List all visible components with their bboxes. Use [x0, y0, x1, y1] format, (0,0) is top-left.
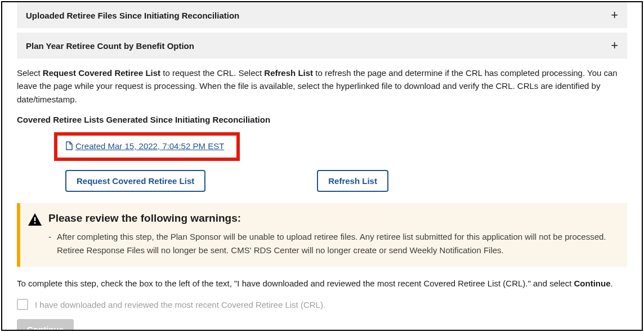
- request-covered-retiree-list-button[interactable]: Request Covered Retiree List: [65, 170, 205, 192]
- dash: -: [48, 230, 51, 257]
- continue-button[interactable]: Continue: [17, 319, 74, 331]
- section-title: Covered Retiree Lists Generated Since In…: [17, 115, 627, 124]
- button-row: Request Covered Retiree List Refresh Lis…: [65, 170, 627, 192]
- text: to request the CRL. Select: [160, 68, 264, 78]
- text: Select: [17, 68, 43, 78]
- text-bold: Request Covered Retiree List: [43, 68, 160, 78]
- confirmation-checkbox[interactable]: [17, 299, 28, 310]
- confirmation-row: I have downloaded and reviewed the most …: [17, 299, 627, 310]
- alert-body: Please review the following warnings: - …: [48, 212, 616, 257]
- page-frame: Uploaded Retiree Files Since Initiating …: [1, 1, 643, 331]
- page-content: Uploaded Retiree Files Since Initiating …: [2, 2, 642, 331]
- alert-icon-wrap: [28, 212, 48, 257]
- accordion-title: Uploaded Retiree Files Since Initiating …: [26, 11, 239, 20]
- warning-alert: Please review the following warnings: - …: [17, 203, 627, 267]
- svg-rect-0: [34, 217, 36, 221]
- highlight-box: Created Mar 15, 2022, 7:04:52 PM EST: [54, 132, 240, 161]
- alert-item: - After completing this step, the Plan S…: [48, 230, 616, 257]
- file-link-label: Created Mar 15, 2022, 7:04:52 PM EST: [75, 141, 224, 151]
- text-bold: Refresh List: [264, 68, 313, 78]
- plus-icon: +: [611, 9, 618, 21]
- refresh-list-button[interactable]: Refresh List: [317, 170, 388, 192]
- generated-crl-link[interactable]: Created Mar 15, 2022, 7:04:52 PM EST: [65, 141, 224, 151]
- instruction-text: Select Request Covered Retiree List to r…: [17, 66, 627, 106]
- alert-title: Please review the following warnings:: [48, 212, 616, 225]
- plus-icon: +: [611, 39, 618, 52]
- confirmation-label: I have downloaded and reviewed the most …: [35, 300, 325, 309]
- text: To complete this step, check the box to …: [17, 279, 574, 288]
- accordion-title: Plan Year Retiree Count by Benefit Optio…: [26, 41, 194, 51]
- text: .: [611, 279, 613, 288]
- accordion-plan-year-retiree-count[interactable]: Plan Year Retiree Count by Benefit Optio…: [17, 33, 627, 59]
- text-bold: Continue: [574, 279, 611, 288]
- warning-icon: [28, 218, 42, 227]
- accordion-uploaded-retiree-files[interactable]: Uploaded Retiree Files Since Initiating …: [17, 2, 627, 28]
- alert-item-text: After completing this step, the Plan Spo…: [57, 230, 616, 257]
- complete-instruction: To complete this step, check the box to …: [17, 277, 627, 290]
- file-icon: [65, 141, 73, 150]
- svg-rect-1: [34, 222, 36, 224]
